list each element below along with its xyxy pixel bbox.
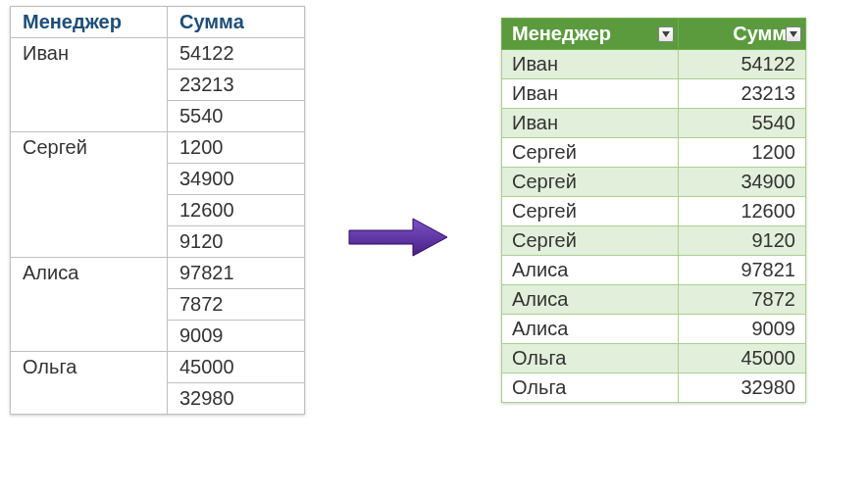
table-row[interactable]: Сергей9120: [502, 226, 806, 256]
cell-sum[interactable]: 12600: [679, 197, 806, 226]
cell-sum[interactable]: 9009: [168, 321, 305, 352]
table-row[interactable]: Ольга45000: [502, 344, 806, 373]
table-row[interactable]: 23213: [11, 70, 305, 101]
cell-manager[interactable]: Ольга: [502, 373, 679, 403]
cell-sum[interactable]: 32980: [168, 383, 305, 415]
cell-sum[interactable]: 5540: [168, 101, 305, 132]
cell-sum[interactable]: 45000: [679, 344, 806, 373]
cell-manager[interactable]: [11, 226, 168, 258]
cell-sum[interactable]: 7872: [168, 289, 305, 321]
cell-manager[interactable]: Иван: [502, 79, 679, 109]
table-row[interactable]: Иван5540: [502, 109, 806, 138]
table-row[interactable]: Сергей12600: [502, 197, 806, 226]
cell-manager[interactable]: Алиса: [11, 258, 168, 289]
cell-sum[interactable]: 9009: [679, 315, 806, 344]
cell-sum[interactable]: 34900: [679, 168, 806, 197]
cell-manager[interactable]: Ольга: [11, 352, 168, 383]
cell-sum[interactable]: 54122: [679, 50, 806, 79]
cell-sum[interactable]: 12600: [168, 195, 305, 226]
cell-manager[interactable]: Иван: [11, 38, 168, 70]
cell-manager[interactable]: Сергей: [502, 138, 679, 168]
table-row[interactable]: 9009: [11, 321, 305, 352]
table-row[interactable]: Иван54122: [11, 38, 305, 70]
cell-manager[interactable]: Сергей: [502, 168, 679, 197]
cell-sum[interactable]: 9120: [679, 226, 806, 256]
cell-manager[interactable]: [11, 195, 168, 226]
cell-sum[interactable]: 54122: [168, 38, 305, 70]
cell-sum[interactable]: 7872: [679, 285, 806, 315]
cell-sum[interactable]: 97821: [679, 256, 806, 285]
transform-arrow-icon: [344, 213, 452, 266]
table-row[interactable]: Ольга32980: [502, 373, 806, 403]
header-manager[interactable]: Менеджер: [11, 7, 168, 38]
cell-manager[interactable]: [11, 383, 168, 415]
table-row[interactable]: Сергей34900: [502, 168, 806, 197]
table-row[interactable]: Алиса9009: [502, 315, 806, 344]
table-row[interactable]: Ольга45000: [11, 352, 305, 383]
cell-manager[interactable]: Иван: [502, 50, 679, 79]
cell-sum[interactable]: 45000: [168, 352, 305, 383]
header-manager[interactable]: Менеджер: [502, 19, 679, 50]
table-row[interactable]: Сергей1200: [502, 138, 806, 168]
header-sum[interactable]: Сумма: [679, 19, 806, 50]
source-table: Менеджер Сумма Иван54122232135540Сергей1…: [10, 6, 305, 415]
cell-manager[interactable]: Алиса: [502, 285, 679, 315]
table-row[interactable]: Сергей1200: [11, 132, 305, 164]
header-sum[interactable]: Сумма: [168, 7, 305, 38]
cell-sum[interactable]: 1200: [679, 138, 806, 168]
table-row[interactable]: Иван23213: [502, 79, 806, 109]
cell-sum[interactable]: 32980: [679, 373, 806, 403]
filter-dropdown-manager[interactable]: [658, 26, 674, 42]
cell-manager[interactable]: Алиса: [502, 315, 679, 344]
cell-sum[interactable]: 1200: [168, 132, 305, 164]
cell-manager[interactable]: [11, 101, 168, 132]
table-row[interactable]: 32980: [11, 383, 305, 415]
table-header-row: Менеджер Сумма: [11, 7, 305, 38]
result-table: Менеджер Сумма Иван54122Иван23213Иван554…: [501, 18, 806, 403]
table-row[interactable]: 5540: [11, 101, 305, 132]
cell-manager[interactable]: Сергей: [502, 197, 679, 226]
cell-manager[interactable]: Ольга: [502, 344, 679, 373]
table-row[interactable]: 9120: [11, 226, 305, 258]
chevron-down-icon: [790, 31, 797, 37]
table-row[interactable]: Алиса7872: [502, 285, 806, 315]
table-header-row: Менеджер Сумма: [502, 19, 806, 50]
cell-sum[interactable]: 23213: [679, 79, 806, 109]
cell-manager[interactable]: [11, 321, 168, 352]
cell-sum[interactable]: 23213: [168, 70, 305, 101]
cell-manager[interactable]: [11, 164, 168, 195]
cell-sum[interactable]: 34900: [168, 164, 305, 195]
table-row[interactable]: 12600: [11, 195, 305, 226]
header-manager-label: Менеджер: [512, 23, 611, 44]
cell-sum[interactable]: 5540: [679, 109, 806, 138]
table-row[interactable]: 34900: [11, 164, 305, 195]
filter-dropdown-sum[interactable]: [786, 26, 801, 42]
cell-sum[interactable]: 97821: [168, 258, 305, 289]
table-row[interactable]: 7872: [11, 289, 305, 321]
table-row[interactable]: Иван54122: [502, 50, 806, 79]
cell-manager[interactable]: Сергей: [11, 132, 168, 164]
cell-manager[interactable]: Алиса: [502, 256, 679, 285]
chevron-down-icon: [662, 31, 670, 37]
cell-manager[interactable]: [11, 289, 168, 321]
table-row[interactable]: Алиса97821: [502, 256, 806, 285]
cell-sum[interactable]: 9120: [168, 226, 305, 258]
table-row[interactable]: Алиса97821: [11, 258, 305, 289]
cell-manager[interactable]: Сергей: [502, 226, 679, 256]
cell-manager[interactable]: Иван: [502, 109, 679, 138]
cell-manager[interactable]: [11, 70, 168, 101]
